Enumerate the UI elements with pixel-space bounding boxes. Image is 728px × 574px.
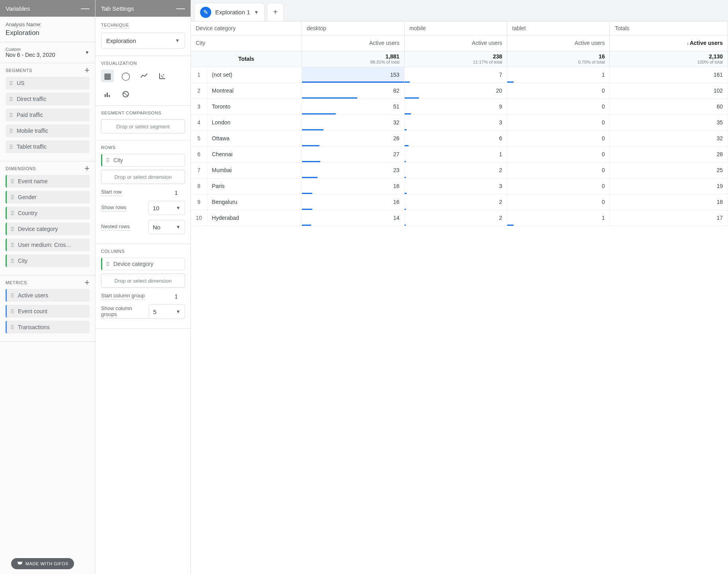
table-row[interactable]: 7Mumbai232025 (191, 162, 728, 178)
row-index: 5 (191, 130, 207, 146)
totals-mobile: 238 (409, 53, 502, 60)
segment-comparisons-label: SEGMENT COMPARISONS (101, 111, 185, 115)
chip-transactions[interactable]: Transactions (6, 321, 90, 334)
column-header-desktop[interactable]: desktop (302, 21, 404, 35)
column-dimension-header[interactable]: Device category (191, 21, 302, 35)
table-row[interactable]: 6Chennai271028 (191, 146, 728, 162)
metrics-label: METRICS (6, 280, 27, 285)
segments-label: SEGMENTS (6, 68, 32, 73)
chip-country[interactable]: Country (6, 207, 90, 219)
svg-rect-6 (107, 93, 108, 97)
chevron-down-icon[interactable]: ▼ (254, 10, 259, 15)
tab-exploration[interactable]: ✎ Exploration 1 ▼ (194, 3, 265, 21)
rows-section: ROWS City Drop or select dimension Start… (95, 140, 191, 244)
pencil-icon: ✎ (200, 7, 211, 18)
sort-header[interactable]: ↓Active users (610, 35, 728, 51)
row-city: Montreal (207, 83, 302, 99)
drag-handle-icon (11, 293, 14, 297)
chip-city[interactable]: City (6, 254, 90, 267)
table-row[interactable]: 5Ottawa266032 (191, 130, 728, 146)
row-dimension-header[interactable]: City (191, 35, 302, 51)
metric-header[interactable]: Active users (405, 35, 507, 51)
column-chip-label: Device category (113, 261, 153, 267)
drag-handle-icon (10, 97, 13, 101)
column-dimension-chip[interactable]: Device category (101, 258, 185, 270)
drag-handle-icon (11, 179, 14, 183)
drag-handle-icon (11, 211, 14, 215)
table-row[interactable]: 9Bengaluru162018 (191, 194, 728, 210)
show-rows-label: Show rows (101, 204, 127, 211)
cell-value: 16 (302, 178, 404, 194)
chevron-down-icon: ▼ (176, 205, 181, 211)
bar-viz-icon[interactable] (101, 88, 114, 101)
geo-viz-icon[interactable] (119, 88, 132, 101)
row-index: 1 (191, 67, 207, 83)
table-row[interactable]: 4London323035 (191, 114, 728, 130)
scatter-viz-icon[interactable] (156, 70, 169, 82)
chip-paid-traffic[interactable]: Paid traffic (6, 109, 90, 121)
cell-value: 0 (507, 178, 610, 194)
metric-header[interactable]: Active users (507, 35, 610, 51)
start-column-value[interactable]: 1 (167, 293, 185, 300)
cell-value: 6 (405, 130, 507, 146)
columns-section: COLUMNS Device category Drop or select d… (95, 244, 191, 329)
row-city: Toronto (207, 99, 302, 114)
row-drop-zone[interactable]: Drop or select dimension (101, 170, 185, 184)
chip-tablet-traffic[interactable]: Tablet traffic (6, 140, 90, 153)
column-header-tablet[interactable]: tablet (507, 21, 610, 35)
show-rows-select[interactable]: 10▼ (148, 201, 185, 215)
table-row[interactable]: 3Toronto519060 (191, 99, 728, 114)
row-total: 17 (610, 210, 728, 226)
chip-label: Device category (18, 226, 58, 232)
chip-active-users[interactable]: Active users (6, 289, 90, 302)
chip-label: Country (18, 210, 37, 216)
tab-settings-title: Tab Settings (101, 5, 134, 12)
row-city: Ottawa (207, 130, 302, 146)
drag-handle-icon (106, 262, 109, 266)
chip-label: Transactions (18, 324, 50, 330)
start-row-value[interactable]: 1 (167, 189, 185, 196)
chip-gender[interactable]: Gender (6, 191, 90, 204)
table-row[interactable]: 1(not set)15371161 (191, 67, 728, 83)
show-column-groups-select[interactable]: 5▼ (149, 304, 185, 319)
row-city: Bengaluru (207, 194, 302, 210)
cell-value: 1 (507, 210, 610, 226)
table-row[interactable]: 2Montreal82200102 (191, 83, 728, 99)
cell-value: 51 (302, 99, 404, 114)
tab-title: Exploration 1 (215, 9, 250, 16)
table-row[interactable]: 10Hyderabad142117 (191, 210, 728, 226)
line-viz-icon[interactable] (138, 70, 150, 82)
column-drop-zone[interactable]: Drop or select dimension (101, 273, 185, 288)
metric-header[interactable]: Active users (302, 35, 404, 51)
technique-select[interactable]: Exploration ▼ (101, 33, 185, 48)
cell-value: 3 (405, 114, 507, 130)
column-header-totals[interactable]: Totals (610, 21, 728, 35)
fox-icon (17, 560, 23, 567)
column-header-mobile[interactable]: mobile (405, 21, 507, 35)
donut-viz-icon[interactable]: ◯ (119, 70, 132, 82)
chip-event-count[interactable]: Event count (6, 305, 90, 318)
cell-value: 20 (405, 83, 507, 99)
gifox-watermark: MADE WITH GIFOX (11, 558, 74, 569)
row-index: 9 (191, 194, 207, 210)
row-dimension-chip[interactable]: City (101, 154, 185, 167)
cell-value: 14 (302, 210, 404, 226)
table-row[interactable]: 8Paris163019 (191, 178, 728, 194)
chip-label: Mobile traffic (17, 128, 48, 134)
chip-direct-traffic[interactable]: Direct traffic (6, 93, 90, 105)
chip-device-category[interactable]: Device category (6, 223, 90, 235)
totals-tablet: 16 (512, 53, 605, 60)
add-tab-button[interactable]: + (267, 3, 284, 21)
chip-mobile-traffic[interactable]: Mobile traffic (6, 124, 90, 137)
table-viz-icon[interactable]: ▦ (101, 70, 114, 82)
svg-point-2 (161, 76, 162, 77)
analysis-name-section[interactable]: Analysis Name: Exploration (0, 17, 95, 42)
row-city: London (207, 114, 302, 130)
chip-event-name[interactable]: Event name (6, 175, 90, 188)
segment-drop-zone[interactable]: Drop or select segment (101, 119, 185, 134)
chip-user-medium-cros-[interactable]: User medium: Cros… (6, 239, 90, 251)
date-range-selector[interactable]: Custom Nov 6 - Dec 3, 2020 ▼ (0, 42, 95, 63)
nested-rows-select[interactable]: No▼ (148, 220, 185, 234)
row-city: Mumbai (207, 162, 302, 178)
chip-us[interactable]: US (6, 77, 90, 89)
